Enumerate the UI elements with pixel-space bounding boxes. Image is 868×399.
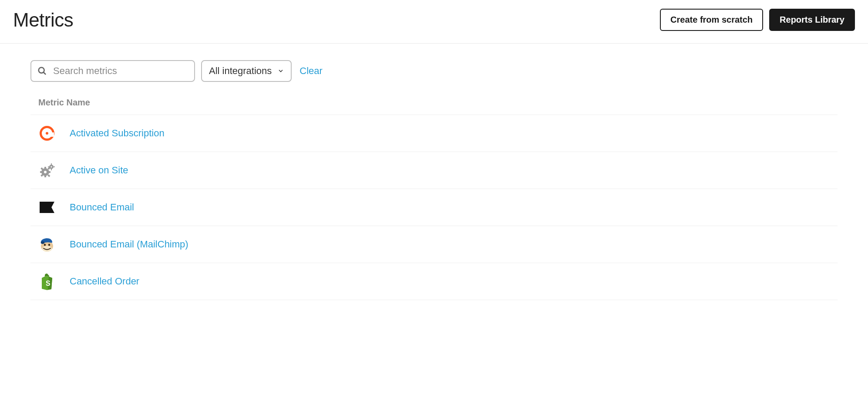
metric-link[interactable]: Cancelled Order [70,276,139,287]
integrations-dropdown[interactable]: All integrations [201,60,292,82]
table-row: Active on Site [30,152,838,189]
svg-rect-7 [48,171,50,173]
metric-link[interactable]: Bounced Email (MailChimp) [70,239,188,250]
svg-text:S: S [46,280,50,287]
svg-rect-15 [51,169,52,170]
integrations-dropdown-label: All integrations [209,65,272,77]
clear-filters-link[interactable]: Clear [299,65,323,77]
svg-rect-14 [51,163,52,165]
svg-rect-16 [48,166,50,167]
svg-point-22 [41,241,44,244]
reports-library-button[interactable]: Reports Library [769,9,855,31]
search-icon [37,66,47,76]
svg-point-21 [48,243,50,246]
table-row: Bounced Email (MailChimp) [30,226,838,263]
search-input[interactable] [53,65,188,77]
svg-rect-5 [44,175,46,177]
chargebee-icon [38,125,56,142]
svg-line-1 [44,72,46,74]
table-row: Activated Subscription [30,115,838,152]
svg-point-13 [50,166,52,167]
svg-rect-17 [53,166,55,167]
metrics-table: Metric Name Activated Subscription [0,93,868,300]
page-header: Metrics Create from scratch Reports Libr… [0,0,868,44]
header-actions: Create from scratch Reports Library [660,9,855,31]
metric-link[interactable]: Activated Subscription [70,128,165,139]
page-title: Metrics [13,9,73,31]
table-row: S Cancelled Order [30,263,838,300]
filters-bar: All integrations Clear [0,44,868,93]
svg-point-3 [44,171,47,173]
metric-link[interactable]: Active on Site [70,165,128,176]
table-column-header: Metric Name [30,93,838,115]
svg-rect-6 [40,171,43,173]
shopify-icon: S [38,273,56,290]
mailchimp-icon [38,236,56,253]
klaviyo-flag-icon [38,199,56,216]
svg-point-20 [44,243,46,246]
svg-rect-4 [44,167,46,169]
create-from-scratch-button[interactable]: Create from scratch [660,9,763,31]
gears-icon [38,162,56,179]
metric-link[interactable]: Bounced Email [70,202,134,213]
chevron-down-icon [278,68,284,74]
search-field-wrap[interactable] [30,60,195,82]
table-row: Bounced Email [30,189,838,226]
